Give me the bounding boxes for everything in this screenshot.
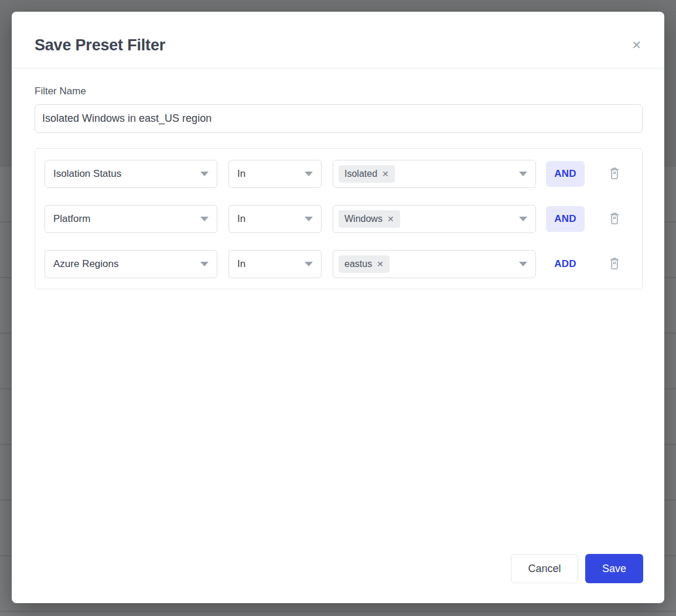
value-chip: Windows ✕ bbox=[339, 210, 400, 228]
delete-row-button[interactable] bbox=[609, 167, 620, 180]
value-chip: Isolated ✕ bbox=[339, 165, 395, 183]
modal-footer: Cancel Save bbox=[511, 554, 643, 583]
trash-icon bbox=[609, 258, 620, 271]
chevron-down-icon bbox=[200, 172, 209, 176]
and-connector-button[interactable]: AND bbox=[546, 161, 585, 187]
chevron-down-icon bbox=[200, 217, 209, 221]
values-multiselect[interactable]: Windows ✕ bbox=[333, 205, 536, 233]
modal-body: Filter Name Isolation Status In Isolated… bbox=[12, 85, 664, 289]
field-select-value: Platform bbox=[53, 213, 90, 225]
chevron-down-icon bbox=[519, 262, 527, 266]
operator-select[interactable]: In bbox=[228, 160, 322, 188]
filter-row-azure-regions: Azure Regions In eastus ✕ ADD bbox=[45, 250, 633, 278]
modal-header: Save Preset Filter ✕ bbox=[12, 12, 664, 69]
save-preset-filter-modal: Save Preset Filter ✕ Filter Name Isolati… bbox=[12, 12, 664, 603]
add-connector-button[interactable]: ADD bbox=[546, 251, 585, 277]
field-select[interactable]: Isolation Status bbox=[45, 160, 217, 188]
operator-select-value: In bbox=[237, 213, 245, 225]
delete-row-button[interactable] bbox=[609, 213, 620, 225]
operator-select-value: In bbox=[237, 168, 245, 180]
chevron-down-icon bbox=[305, 217, 313, 221]
trash-icon bbox=[609, 167, 620, 180]
operator-select[interactable]: In bbox=[228, 250, 322, 278]
chip-remove-icon[interactable]: ✕ bbox=[387, 215, 394, 223]
chevron-down-icon bbox=[305, 172, 313, 176]
trash-icon bbox=[609, 213, 620, 225]
field-select-value: Azure Regions bbox=[53, 258, 119, 270]
operator-select[interactable]: In bbox=[228, 205, 322, 233]
value-chip-label: Isolated bbox=[344, 169, 377, 179]
modal-title: Save Preset Filter bbox=[35, 36, 165, 54]
chevron-down-icon bbox=[200, 262, 209, 266]
values-multiselect[interactable]: eastus ✕ bbox=[333, 250, 536, 278]
chevron-down-icon bbox=[519, 217, 527, 221]
and-connector-button[interactable]: AND bbox=[546, 206, 585, 232]
filter-name-label: Filter Name bbox=[35, 85, 643, 97]
operator-select-value: In bbox=[237, 258, 245, 270]
chevron-down-icon bbox=[305, 262, 313, 266]
value-chip-label: Windows bbox=[344, 214, 383, 224]
save-button[interactable]: Save bbox=[585, 554, 643, 583]
delete-row-button[interactable] bbox=[609, 258, 620, 271]
chip-remove-icon[interactable]: ✕ bbox=[382, 170, 389, 178]
values-multiselect[interactable]: Isolated ✕ bbox=[333, 160, 536, 188]
field-select[interactable]: Platform bbox=[45, 205, 217, 233]
value-chip-label: eastus bbox=[344, 259, 372, 269]
field-select[interactable]: Azure Regions bbox=[45, 250, 217, 278]
chevron-down-icon bbox=[519, 172, 527, 176]
filter-row-isolation-status: Isolation Status In Isolated ✕ AND bbox=[45, 160, 633, 188]
close-icon[interactable]: ✕ bbox=[630, 38, 643, 52]
cancel-button[interactable]: Cancel bbox=[511, 554, 578, 583]
value-chip: eastus ✕ bbox=[339, 255, 390, 273]
chip-remove-icon[interactable]: ✕ bbox=[377, 260, 384, 268]
field-select-value: Isolation Status bbox=[53, 168, 121, 180]
filter-row-platform: Platform In Windows ✕ AND bbox=[45, 205, 633, 233]
filter-name-input[interactable] bbox=[35, 104, 643, 133]
filter-rules-container: Isolation Status In Isolated ✕ AND bbox=[35, 148, 643, 289]
